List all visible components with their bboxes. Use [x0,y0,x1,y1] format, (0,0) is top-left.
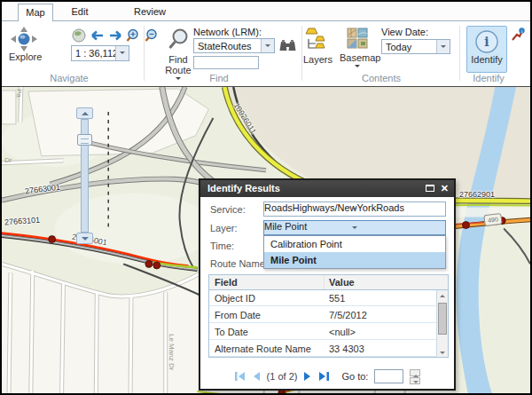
binoculars-search-icon[interactable] [279,39,296,53]
group-label-identify: Identify [473,73,504,83]
chevron-down-icon [441,44,446,50]
table-row[interactable]: From Date7/5/2012 [209,307,436,323]
chevron-down-icon [413,381,419,386]
time-label: Time: [210,241,234,251]
zoom-slider [76,107,93,244]
view-date-label: View Date: [381,27,428,37]
scroll-down-button[interactable] [437,347,448,357]
table-row[interactable]: Object ID551 [209,290,436,306]
table-row[interactable]: Alternate Route Name33 4303 [209,341,436,357]
network-combobox[interactable]: StateRoutes [193,38,275,53]
zoom-out-icon [146,30,157,42]
chevron-down-icon [265,43,270,49]
previous-page-button[interactable] [252,371,261,382]
svg-text:i: i [484,35,489,49]
find-route-button[interactable]: Find Route [161,28,195,79]
chevron-down-icon [352,225,357,231]
dropdown-item-calibration-point[interactable]: Calibration Point [264,236,445,252]
identify-results-dialog: Identify Results ✕ Service: RoadsHighway… [199,178,456,391]
zoom-slider-down-button[interactable] [76,233,93,244]
group-label-find: Find [209,73,228,83]
nav-arrow-toolbar [71,28,160,43]
view-date-combobox[interactable]: Today [381,39,450,54]
table-row[interactable]: To Date<null> [209,324,436,340]
page-indicator: (1 of 2) [267,371,298,382]
spinner-up-button[interactable] [410,369,420,376]
field-column-header: Field [215,275,238,290]
chevron-up-icon [82,108,89,115]
spinner-down-button[interactable] [410,377,420,384]
identify-info-icon: i [474,29,499,54]
street-name-label: Dr [4,156,12,164]
explore-pan-icon [11,27,37,51]
goto-spinner [410,369,420,384]
dropdown-item-mile-point[interactable]: Mile Point [264,252,445,268]
city-block [2,91,16,124]
chevron-down-icon [352,207,357,212]
value-column-header: Value [329,275,355,290]
scale-dropdown-button[interactable] [115,46,129,60]
chevron-up-icon [440,292,445,297]
goto-page-input[interactable] [374,369,403,383]
layer-combobox[interactable]: Mile Point [263,220,446,235]
chevron-down-icon [440,352,445,357]
dialog-title: Identify Results [207,183,280,194]
zoom-slider-up-button[interactable] [76,107,93,119]
tab-review[interactable]: Review [129,4,170,21]
zoom-slider-handle[interactable] [77,134,92,146]
scrollbar-thumb[interactable] [438,303,447,335]
route-info-tool-icon[interactable]: i [511,28,526,43]
basemap-menu-arrow-icon [355,65,360,70]
forward-arrow-icon [110,32,121,40]
dialog-title-bar[interactable]: Identify Results ✕ [200,180,454,197]
globe-icon [73,29,85,42]
find-route-menu-arrow-icon [176,77,181,83]
goto-label: Go to: [341,371,368,382]
view-date-dropdown-button[interactable] [436,40,450,53]
tab-edit[interactable]: Edit [62,4,98,21]
find-route-value-field[interactable] [193,56,259,69]
street-name-label: Le Manz Dr [168,334,176,370]
attribute-table: Field Value Object ID551 From Date7/5/20… [208,274,449,358]
ribbon-tab-bar: Map Edit Review [2,2,530,21]
street-name-label: Pa [15,89,23,98]
chevron-down-icon [82,237,89,244]
pagination-bar: (1 of 2) Go to: [200,367,454,386]
table-scrollbar[interactable] [436,290,448,357]
map-viewport[interactable]: 27663001 27663101 27295001 10026011 2766… [2,86,530,393]
scroll-up-button[interactable] [437,290,448,300]
ribbon: Map Edit Review Explore 1 : 36,112 Navig… [2,2,530,85]
layers-button[interactable]: Layers [303,28,330,70]
layer-label: Layer: [210,223,238,233]
back-arrow-icon [92,32,103,40]
tab-map[interactable]: Map [18,4,53,21]
service-combobox[interactable]: RoadsHighways/NewYorkRoads [263,201,446,217]
explore-button[interactable]: Explore [9,27,39,71]
group-separator [301,26,302,81]
next-page-button[interactable] [303,371,312,382]
route-number-label: 27662901 [459,190,495,199]
group-label-navigate: Navigate [50,73,88,83]
group-separator [459,26,460,81]
first-page-button[interactable] [234,371,246,382]
find-route-magnifier-icon [167,28,190,51]
table-header-row: Field Value [209,275,448,290]
network-dropdown-button[interactable] [261,39,274,52]
app-window: Map Edit Review Explore 1 : 36,112 Navig… [0,0,532,395]
chevron-down-icon [120,51,125,57]
maximize-icon[interactable] [426,185,434,192]
layer-dropdown-list: Calibration Point Mile Point [263,235,446,269]
layers-toc-icon [305,28,328,51]
service-label: Service: [210,204,246,215]
highway-shield-490: 490 [483,213,502,226]
identify-button[interactable]: i Identify [466,26,507,73]
last-page-button[interactable] [318,371,330,382]
group-separator [144,26,145,81]
group-label-contents: Contents [362,73,401,83]
zoom-in-icon [128,30,138,42]
map-scale-combobox[interactable]: 1 : 36,112 [71,45,129,61]
basemap-button[interactable]: Basemap [340,28,375,77]
route-name-label: Route Name: [210,258,268,269]
network-lrm-label: Network (LRM): [193,27,262,37]
close-icon[interactable]: ✕ [441,182,449,195]
